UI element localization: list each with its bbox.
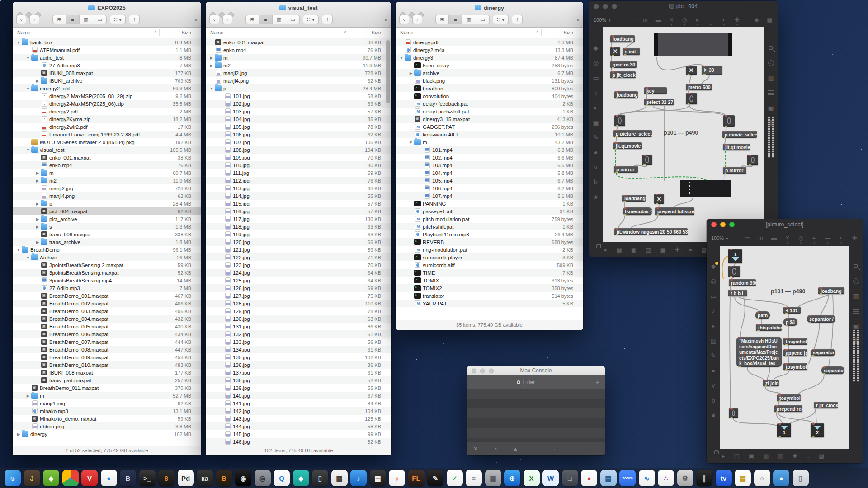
file-row[interactable]: dinergy2-MaxMSP(2025_06).zip35.5 MB	[13, 100, 201, 108]
dock-icon-app-green[interactable]: ◈	[43, 470, 59, 486]
file-row[interactable]: Emanuel Louve_comj.1999.23.2.88.pdf4.4 M…	[13, 131, 201, 138]
file-row[interactable]: BreathDemo_009.maxpat458 KB	[13, 353, 201, 361]
group-by-button[interactable]: ∷ ▾	[303, 15, 319, 24]
max-object-append[interactable]: append jpg	[783, 349, 807, 356]
disclosure-closed-icon[interactable]: ▶	[34, 240, 41, 244]
file-row[interactable]: Playback11min.mp326.4 MB	[396, 230, 583, 238]
column-view-icon[interactable]: ▥	[273, 15, 286, 24]
button-tool-icon[interactable]: ◎▾	[797, 235, 805, 241]
file-list[interactable]: ▼bank_box184 MBATEMmanual.pdf1.1 MB▼audi…	[13, 38, 201, 446]
keyboard-icon[interactable]: ▭	[710, 292, 717, 300]
size-column-header[interactable]: Size	[542, 30, 583, 35]
info-icon[interactable]: i	[852, 277, 859, 285]
max-object-metro[interactable]: metro 500	[686, 84, 712, 90]
disclosure-open-icon[interactable]: ▼	[15, 40, 22, 45]
file-row[interactable]: MOTU M Series Installer 2.0 (85184).pkg1…	[13, 138, 201, 146]
max-object-tosymbol[interactable]: tosymbol	[783, 363, 807, 370]
presentation-icon[interactable]: ▤	[734, 453, 740, 460]
dock-icon-app-check[interactable]: ✓	[447, 470, 463, 486]
max-object-zl[interactable]: zl join	[763, 380, 779, 386]
file-row[interactable]: 27-Adlib.mp37 MB	[13, 61, 201, 69]
disclosure-open-icon[interactable]: ▼	[25, 255, 31, 260]
disclosure-closed-icon[interactable]: ▶	[34, 202, 41, 206]
file-row[interactable]: manji4.png62 KB	[13, 192, 201, 200]
patcher-tool-icon[interactable]: ▭	[744, 235, 751, 241]
file-row[interactable]: 134.jpg61 KB	[206, 346, 391, 353]
column-view-icon[interactable]: ▥	[80, 15, 93, 24]
dock-icon-app-globe[interactable]: ⊕	[504, 470, 520, 486]
mute-icon[interactable]: ▥	[646, 246, 651, 253]
max-object-jit.window[interactable]: jit.window nagasm 20 50 660 530	[614, 228, 688, 235]
disclosure-closed-icon[interactable]: ▶	[34, 79, 41, 83]
file-row[interactable]: 107.jpg105 KB	[206, 138, 391, 146]
file-row[interactable]: dinergy2Kyma.zip18.2 MB	[13, 115, 201, 123]
file-row[interactable]: 124.jpg64 KB	[206, 269, 391, 277]
comment-tool-icon[interactable]: ▬	[655, 16, 662, 23]
toggle-tool-icon[interactable]: ✕▾	[784, 235, 791, 241]
mute-icon[interactable]: ▥	[763, 453, 769, 460]
max-bang-button[interactable]	[723, 115, 735, 127]
add-object-tool-icon[interactable]: ✚▾	[734, 16, 741, 23]
panel-icon[interactable]: ▥	[767, 74, 774, 81]
dock-icon-system-settings[interactable]: ⚙	[677, 470, 693, 486]
jitter-picture-icon[interactable]: ▦	[592, 119, 599, 126]
plug-icon[interactable]: ●	[710, 367, 717, 374]
group-by-button[interactable]: ∷ ▾	[493, 15, 509, 24]
max-object-prepend[interactable]: prepend fullscreen	[655, 207, 694, 215]
max-bang-button[interactable]	[686, 93, 697, 104]
dock-icon-apple-tv[interactable]: tv	[716, 470, 732, 486]
file-row[interactable]: ▶p28.4 MB	[13, 200, 201, 207]
clear-icon[interactable]: ✕	[473, 446, 478, 452]
zoom-level-dropdown[interactable]: 100% ▼	[711, 235, 729, 241]
file-row[interactable]: dinergy2.m4a13.3 MB	[396, 46, 583, 54]
file-row[interactable]: ▶pict_archive117 KB	[13, 215, 201, 223]
file-row[interactable]: PANNING1 KB	[396, 200, 583, 207]
max-object-t[interactable]: t b b i	[728, 290, 747, 296]
file-row[interactable]: 127.jpg75 KB	[206, 292, 391, 300]
list-view-icon[interactable]: ≡	[66, 15, 80, 24]
file-row[interactable]: manji4.png62 KB	[13, 399, 201, 407]
disclosure-closed-icon[interactable]: ▶	[34, 217, 41, 221]
max-object-p[interactable]: p mirror	[614, 166, 638, 173]
camera-icon[interactable]: ▣	[767, 104, 774, 111]
file-row[interactable]: 120.jpg66 KB	[206, 238, 391, 246]
name-column-header[interactable]: Name	[206, 30, 344, 35]
file-row[interactable]: enko_001.maxpat38 KB	[206, 38, 391, 46]
file-row[interactable]: ▼p28.4 MB	[206, 84, 391, 92]
file-row[interactable]: BreathDemo_006.maxpat434 KB	[13, 330, 201, 338]
name-column-header[interactable]: Name	[396, 30, 537, 35]
max-bang-button[interactable]	[642, 155, 652, 165]
max-console-window[interactable]: Max Console Filter + ✕ ◔ ▲ ≡ ←	[467, 366, 605, 455]
file-row[interactable]: trans_008.maxpat338 KB	[13, 230, 201, 238]
search-icon[interactable]	[767, 44, 774, 52]
share-button[interactable]: ↑	[129, 15, 140, 24]
max-object-s[interactable]: s jit_clock	[610, 71, 636, 78]
file-row[interactable]: 116.jpg57 KB	[206, 207, 391, 215]
presentation-icon[interactable]: ▤	[617, 246, 622, 253]
dock-icon-app-dark[interactable]: □	[562, 470, 578, 486]
sequence-icon[interactable]: ▸	[710, 322, 717, 329]
file-row[interactable]: 117.jpg130 KB	[206, 215, 391, 223]
max-object-tosymbol[interactable]: tosymbol	[777, 394, 801, 401]
disclosure-open-icon[interactable]: ▼	[25, 56, 31, 60]
file-row[interactable]: ▼m43.2 MB	[396, 138, 583, 146]
disclosure-closed-icon[interactable]: ▶	[25, 394, 31, 398]
dock-icon-excel[interactable]: X	[524, 470, 540, 486]
dock-icon-app-white[interactable]: ○	[754, 470, 770, 486]
keyboard-icon[interactable]: ▭	[592, 74, 599, 81]
file-row[interactable]: trans_part.maxpat257 KB	[13, 376, 201, 384]
ui-ring-icon[interactable]: ◎	[592, 59, 599, 66]
file-list[interactable]: enko_001.maxpat38 KBenko.mp476 KB▶m60.7 …	[206, 38, 391, 446]
file-row[interactable]: dinergy3_15.maxpat413 KB	[396, 115, 583, 123]
disclosure-closed-icon[interactable]: ▶	[208, 63, 215, 68]
file-row[interactable]: 3pointsBreathSensing-2.maxpat59 KB	[13, 261, 201, 269]
file-row[interactable]: ▶m52.7 MB	[13, 392, 201, 399]
file-row[interactable]: dinergy2-MaxMSP(2005_08_29).zip9.2 MB	[13, 92, 201, 100]
toolbar-overflow-icon[interactable]: »	[194, 16, 198, 23]
file-row[interactable]: black.png131 bytes	[396, 77, 583, 84]
max-object-select[interactable]: select 32 27	[644, 99, 674, 105]
dock-icon-app-ka[interactable]: ка	[197, 470, 213, 486]
file-row[interactable]: 125.jpg64 KB	[206, 277, 391, 284]
titlebar[interactable]: [picture_select]	[707, 219, 863, 230]
pattern-icon[interactable]: ▩	[819, 453, 824, 460]
